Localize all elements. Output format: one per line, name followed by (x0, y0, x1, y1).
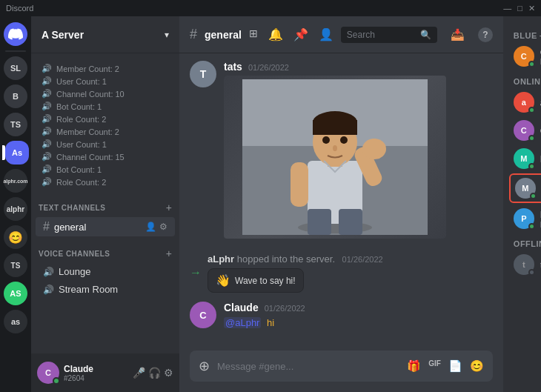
channel-list: 🔊 Member Count: 2 🔊 User Count: 1 🔊 Chan… (31, 53, 179, 353)
stat-item: 🔊 Bot Count: 1 (39, 163, 172, 176)
stat-text: Member Count: 2 (56, 64, 119, 73)
carl-bot-status-dot (528, 61, 535, 67)
title-bar: Discord — □ ✕ (0, 0, 541, 16)
tats-status-dot (528, 269, 535, 276)
server-icon-as3[interactable]: as (4, 310, 27, 333)
input-action-icons: 🎁 GIF 📄 😊 (407, 359, 484, 373)
stat-text: Channel Count: 15 (56, 153, 125, 162)
channel-item-lounge[interactable]: 🔊 Lounge (36, 263, 175, 280)
user-name: Claude (64, 364, 128, 374)
help-icon[interactable]: ? (478, 27, 493, 42)
svg-point-10 (333, 145, 337, 151)
notification-bell-icon[interactable]: 🔔 (268, 27, 283, 41)
server-icon-b[interactable]: B (4, 84, 27, 108)
settings-icon[interactable]: ⚙ (159, 222, 167, 232)
discord-home-icon[interactable] (4, 22, 27, 46)
join-arrow-icon: → (190, 266, 202, 279)
stat-text: Member Count: 2 (56, 127, 119, 136)
inbox-icon[interactable]: 📥 (451, 28, 465, 41)
member-avatar-alphr: a (514, 92, 534, 113)
user-info: Claude #2604 (64, 364, 128, 382)
member-avatar-carl-bot: C (514, 46, 534, 67)
user-controls: 🎤 🎧 ⚙ (133, 367, 173, 379)
speaker-icon: 🔊 (42, 102, 52, 111)
avatar-tats: T (190, 61, 216, 87)
member-item-carl-bot[interactable]: C Carl-bot ✓ BOT Playing !help | carl.gg (509, 43, 541, 70)
member-item-mudae[interactable]: M Mudae ✓ BOT Playing $help | $search (509, 173, 541, 203)
message-hi: hi (267, 317, 274, 328)
chat-input-placeholder[interactable]: Message #gene... (217, 361, 399, 372)
member-avatar-poll-bot: P (514, 208, 534, 229)
user-status-dot (53, 377, 60, 385)
user-area: C Claude #2604 🎤 🎧 ⚙ (31, 353, 179, 392)
chat-input: ⊕ Message #gene... 🎁 GIF 📄 😊 (190, 351, 493, 382)
settings-icon[interactable]: ⚙ (164, 367, 173, 379)
member-item-mee6[interactable]: M MEE6 ✓ BOT (509, 145, 541, 172)
voice-channels-label: VOICE CHANNELS (39, 250, 110, 258)
voice-channels-category[interactable]: VOICE CHANNELS + (31, 237, 179, 262)
gif-button[interactable]: GIF (428, 359, 441, 373)
avatar-claude: C (190, 302, 216, 328)
headphone-icon[interactable]: 🎧 (148, 367, 161, 379)
channel-hash-icon: # (190, 27, 197, 42)
user-tag: #2604 (64, 374, 128, 382)
member-category-blue: BLUE — 1 (509, 25, 541, 43)
message-image-tats (224, 76, 446, 239)
app-wrapper: Discord — □ ✕ SL B TS As alphr.com alphr (0, 0, 541, 392)
add-file-button[interactable]: ⊕ (199, 358, 210, 374)
add-text-channel-icon[interactable]: + (166, 202, 172, 213)
hashtag-icon[interactable]: ⊞ (249, 27, 258, 41)
channel-item-stream-room[interactable]: 🔊 Stream Room (36, 281, 175, 298)
member-item-tats[interactable]: t tats (509, 251, 541, 278)
member-item-poll-bot[interactable]: P Poll Bot Playing +help (509, 205, 541, 232)
sticker-icon[interactable]: 📄 (448, 359, 462, 373)
user-avatar: C (37, 362, 59, 384)
search-bar[interactable]: Search 🔍 (341, 27, 437, 43)
people-icon[interactable]: 👤 (145, 222, 156, 232)
server-icon-emoji[interactable]: 😊 (4, 225, 27, 249)
stat-item: 🔊 User Count: 1 (39, 75, 172, 87)
close-button[interactable]: ✕ (528, 4, 535, 13)
stat-text: User Count: 1 (56, 77, 107, 86)
wave-button[interactable]: 👋 Wave to say hi! (208, 268, 304, 293)
member-category-online: ONLINE — 5 (509, 71, 541, 89)
active-pill (2, 145, 5, 160)
speaker-icon: 🔊 (42, 127, 52, 136)
server-header[interactable]: A Server ▾ (31, 16, 179, 53)
speaker-icon: 🔊 (42, 139, 52, 149)
stat-text: Bot Count: 1 (56, 102, 102, 111)
stat-item: 🔊 Member Count: 2 (39, 62, 172, 75)
server-icon-as[interactable]: As (5, 141, 29, 165)
stat-item: 🔊 Bot Count: 1 (39, 100, 172, 113)
server-icon-as2[interactable]: AS (4, 282, 27, 305)
gift-icon[interactable]: 🎁 (407, 359, 421, 373)
server-icon-ts[interactable]: TS (4, 113, 27, 136)
member-item-claude[interactable]: C Claude (509, 117, 541, 144)
text-channels-category[interactable]: TEXT CHANNELS + (31, 191, 179, 216)
add-voice-channel-icon[interactable]: + (166, 248, 172, 259)
title-controls: — □ ✕ (503, 4, 535, 13)
server-icon-alphr[interactable]: alphr.com (4, 169, 27, 193)
member-sidebar: BLUE — 1 C Carl-bot ✓ BOT Playing !help … (503, 16, 541, 392)
member-avatar-mudae: M (515, 178, 536, 199)
user-avatar-char: C (45, 368, 51, 377)
emoji-picker-icon[interactable]: 😊 (470, 359, 484, 373)
server-icon-ts2[interactable]: TS (4, 253, 27, 277)
chevron-down-icon: ▾ (165, 30, 169, 40)
chat-input-area: ⊕ Message #gene... 🎁 GIF 📄 😊 (179, 351, 503, 392)
minimize-button[interactable]: — (503, 4, 511, 13)
members-icon[interactable]: 👤 (319, 27, 333, 41)
maximize-button[interactable]: □ (517, 4, 522, 13)
speaker-icon: 🔊 (43, 285, 54, 295)
member-item-alphr[interactable]: a aLphr (509, 89, 541, 116)
message-content-claude: Claude 01/26/2022 @aLphr hi (224, 302, 493, 330)
pin-icon[interactable]: 📌 (293, 27, 308, 41)
title-text: Discord (6, 4, 503, 13)
channel-item-general[interactable]: # general 👤 ⚙ (36, 217, 175, 236)
server-icon-alphr2[interactable]: alphr (4, 197, 27, 221)
speaker-icon: 🔊 (42, 64, 52, 73)
server-icon-sl[interactable]: SL (4, 56, 27, 80)
message-header-claude: Claude 01/26/2022 (224, 302, 493, 313)
microphone-icon[interactable]: 🎤 (133, 367, 145, 379)
stat-text: Bot Count: 1 (56, 165, 102, 174)
